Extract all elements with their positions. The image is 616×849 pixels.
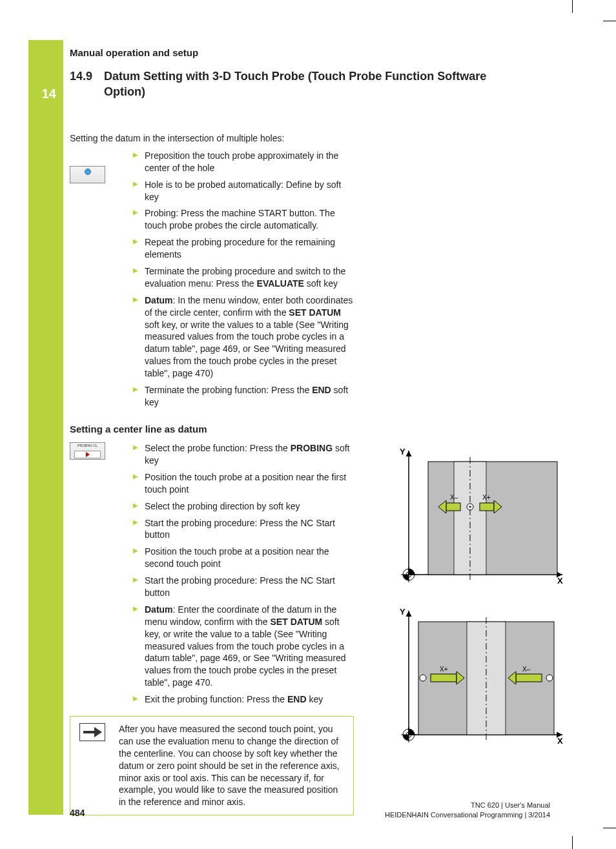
svg-text:X+: X+	[440, 666, 448, 673]
procedure-list-1: Preposition the touch probe approximatel…	[133, 150, 354, 409]
list-item: Probing: Press the machine START button.…	[133, 207, 354, 232]
list-item: Preposition the touch probe approximatel…	[133, 150, 354, 174]
intro-paragraph: Setting the datum in the intersection of…	[70, 132, 354, 145]
svg-text:X: X	[557, 736, 563, 746]
subheading: Setting a center line as datum	[70, 423, 354, 436]
svg-rect-10	[446, 503, 460, 511]
svg-text:X+: X+	[482, 494, 491, 501]
list-item: Select the probe function: Press the PRO…	[133, 442, 354, 467]
svg-rect-13	[480, 503, 494, 511]
svg-text:X–: X–	[522, 666, 531, 673]
svg-rect-4	[428, 462, 557, 575]
list-item: Datum: In the menu window, enter both co…	[133, 294, 354, 380]
footer-text: TNC 620 | User's Manual HEIDENHAIN Conve…	[385, 801, 550, 819]
softkey-circle-icon	[70, 166, 105, 183]
list-item: Terminate the probing procedure and swit…	[133, 265, 354, 290]
svg-text:Y: Y	[400, 607, 406, 617]
list-item: Exit the probing function: Press the END…	[133, 693, 354, 706]
list-item: Terminate the probing function: Press th…	[133, 384, 354, 409]
svg-rect-29	[431, 674, 457, 682]
section-heading: 14.9 Datum Setting with 3-D Touch Probe …	[70, 68, 522, 100]
page-footer: 484 TNC 620 | User's Manual HEIDENHAIN C…	[70, 801, 550, 819]
list-item: Select the probing direction by soft key	[133, 500, 354, 513]
svg-text:X–: X–	[450, 494, 458, 501]
list-item: Hole is to be probed automatically: Defi…	[133, 179, 354, 203]
centerline-diagram-1: Y X X– X+	[389, 445, 567, 591]
svg-rect-32	[516, 674, 542, 682]
list-item: Position the touch probe at a position n…	[133, 546, 354, 570]
svg-text:X: X	[557, 576, 563, 586]
chapter-tab: 14	[28, 40, 63, 815]
running-head: Manual operation and setup	[70, 46, 198, 59]
list-item: Start the probing procedure: Press the N…	[133, 517, 354, 542]
section-number: 14.9	[70, 68, 101, 84]
note-arrow-icon	[79, 723, 105, 741]
section-title: Datum Setting with 3-D Touch Probe (Touc…	[104, 68, 517, 100]
list-item: Datum: Enter the coordinate of the datum…	[133, 604, 354, 689]
page-number: 484	[70, 807, 85, 819]
softkey-probing-cl-icon: PROBING CL	[70, 442, 105, 460]
chapter-number: 14	[42, 85, 56, 103]
list-item: Repeat the probing procedure for the rem…	[133, 236, 354, 261]
svg-text:Y: Y	[400, 447, 406, 456]
procedure-list-2: Select the probe function: Press the PRO…	[133, 442, 354, 706]
svg-point-28	[546, 675, 553, 681]
centerline-diagram-2: Y X X+ X–	[389, 606, 567, 751]
svg-point-27	[420, 675, 426, 681]
note-text: After you have measured the second touch…	[119, 724, 340, 807]
list-item: Position the touch probe at a position n…	[133, 471, 354, 496]
list-item: Start the probing procedure: Press the N…	[133, 575, 354, 599]
